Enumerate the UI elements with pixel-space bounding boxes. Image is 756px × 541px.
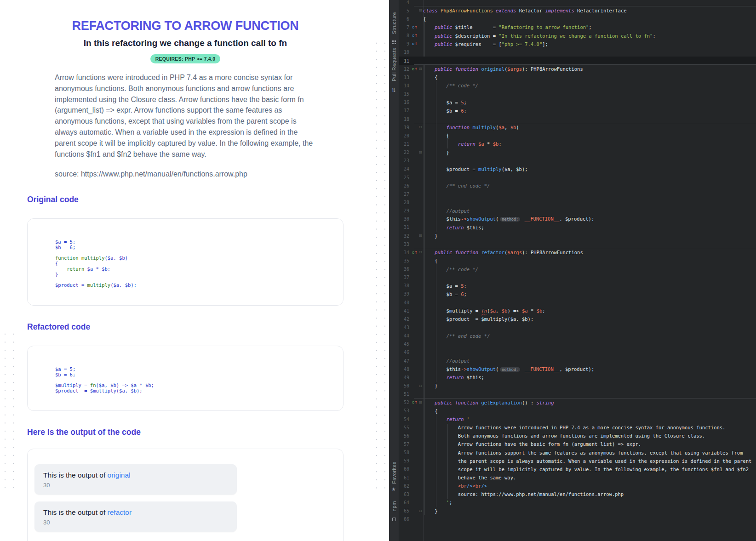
code-text[interactable]: <br/><br/> [423,482,756,490]
line-number[interactable]: 47 [399,359,409,364]
code-text[interactable]: scope it will be implicitly captured by … [423,465,756,473]
code-text[interactable]: { [423,15,756,23]
code-line[interactable]: 16 $a = 5; [399,98,756,107]
line-number[interactable]: 54 [399,417,409,422]
code-text[interactable]: public function refactor($args): PHP8Arr… [423,248,756,256]
line-number[interactable]: 48 [399,367,409,372]
code-line[interactable]: 49 return $this; [399,373,756,382]
star-icon[interactable]: ★ [391,486,396,492]
code-line[interactable]: 7↑ public $title = "Refactoring to arrow… [399,23,756,31]
code-line[interactable]: 4 [399,0,756,6]
code-text[interactable]: public function getExplanation() : strin… [423,399,756,407]
code-line[interactable]: 9↑ public $requires = ["php >= 7.4.0"]; [399,40,756,48]
code-line[interactable]: 57 Arrow functions have the basic form f… [399,440,756,448]
method-gutter-icon[interactable]: ↑ [409,67,418,71]
line-number[interactable]: 16 [399,100,409,105]
line-number[interactable]: 34 [399,250,409,255]
code-line[interactable]: 14 /** code */ [399,81,756,90]
code-line[interactable]: 51 [399,390,756,399]
code-text[interactable]: } [423,382,756,390]
property-gutter-icon[interactable]: ↑ [409,25,418,29]
pull-request-icon[interactable]: ⇅ [391,87,395,93]
line-number[interactable]: 36 [399,267,409,272]
code-text[interactable]: $product = $multiply($a, $b); [423,315,756,323]
line-number[interactable]: 60 [399,467,409,472]
code-line[interactable]: 17 $b = 6; [399,107,756,115]
code-text[interactable]: $b = 6; [423,290,756,298]
line-number[interactable]: 62 [399,484,409,489]
line-number[interactable]: 59 [399,458,409,463]
code-text[interactable]: behave the same way. [423,473,756,482]
line-number[interactable]: 33 [399,242,409,247]
line-number[interactable]: 15 [399,91,409,97]
code-line[interactable]: 56 Both anonymous functions and arrow fu… [399,432,756,440]
line-number[interactable]: 61 [399,475,409,480]
code-line[interactable]: 22⊟ } [399,148,756,157]
line-number[interactable]: 64 [399,500,409,505]
line-number[interactable]: 57 [399,442,409,447]
line-number[interactable]: 29 [399,208,409,213]
line-number[interactable]: 27 [399,192,409,197]
code-text[interactable]: public $title = "Refactoring to arrow fu… [423,23,756,31]
property-gutter-icon[interactable]: ↑ [409,34,418,38]
code-text[interactable]: $product = multiply($a, $b); [423,165,756,173]
line-number[interactable]: 12 [399,67,409,72]
code-line[interactable]: 64 '; [399,498,756,507]
tool-window-pull-requests[interactable]: Pull Requests [389,48,399,81]
code-line[interactable]: 40 [399,298,756,307]
line-number[interactable]: 22 [399,150,409,155]
line-number[interactable]: 32 [399,233,409,239]
code-line[interactable]: 66 [399,515,756,524]
line-number[interactable]: 46 [399,350,409,355]
output-original-link[interactable]: original [108,471,131,479]
line-number[interactable]: 31 [399,225,409,230]
line-number[interactable]: 56 [399,433,409,438]
line-number[interactable]: 9 [399,41,409,46]
code-text[interactable]: /** end code */ [423,332,756,340]
code-text[interactable]: $this->showOutput(method: __FUNCTION__, … [423,215,756,223]
code-text[interactable]: class Php8ArrowFunctions extends Refacto… [423,6,756,15]
line-number[interactable]: 37 [399,275,409,280]
code-text[interactable]: Arrow functions were introduced in PHP 7… [423,423,756,432]
code-line[interactable]: 13 { [399,73,756,81]
fold-marker-icon[interactable]: ⊟ [418,125,423,129]
line-number[interactable]: 63 [399,492,409,497]
code-line[interactable]: 44 /** end code */ [399,332,756,340]
code-text[interactable]: public function original($args): PHP8Arr… [423,65,756,73]
code-line[interactable]: 25 [399,173,756,182]
line-number[interactable]: 51 [399,392,409,397]
code-line[interactable]: 59 the parent scope is always automatic.… [399,457,756,465]
code-text[interactable]: Both anonymous functions and arrow funct… [423,432,756,440]
code-line[interactable]: 65⊟ } [399,507,756,515]
fold-marker-icon[interactable]: ⊟ [418,234,423,238]
code-text[interactable]: //output [423,357,756,365]
code-line[interactable]: 43 [399,323,756,331]
line-number[interactable]: 39 [399,291,409,296]
code-line[interactable]: 32⊟ } [399,232,756,240]
code-line[interactable]: 28 [399,198,756,206]
fold-marker-icon[interactable]: ⊟ [418,151,423,154]
code-line[interactable]: 55 Arrow functions were introduced in PH… [399,423,756,432]
code-text[interactable]: { [423,73,756,81]
code-line[interactable]: 41 $multiply = fn($a, $b) => $a * $b; [399,307,756,315]
line-number[interactable]: 43 [399,325,409,330]
code-text[interactable]: $b = 6; [423,107,756,115]
line-number[interactable]: 23 [399,158,409,163]
line-number[interactable]: 18 [399,117,409,122]
code-line[interactable]: 42 $product = $multiply($a, $b); [399,315,756,323]
code-text[interactable]: /** code */ [423,265,756,273]
code-line[interactable]: 27 [399,190,756,198]
line-number[interactable]: 45 [399,342,409,347]
line-number[interactable]: 5 [399,8,409,13]
code-line[interactable]: 47 //output [399,357,756,365]
code-text[interactable]: Arrow functions support the same feature… [423,449,756,457]
code-text[interactable]: return $this; [423,373,756,382]
code-line[interactable]: 23 [399,157,756,165]
line-number[interactable]: 30 [399,216,409,222]
code-line[interactable]: 45 [399,340,756,348]
code-line[interactable]: 50⊟ } [399,382,756,390]
code-text[interactable]: $multiply = fn($a, $b) => $a * $b; [423,307,756,315]
code-text[interactable]: public $requires = ["php >= 7.4.0"]; [423,40,756,48]
line-number[interactable]: 35 [399,258,409,263]
code-text[interactable]: return $a * $b; [423,140,756,148]
